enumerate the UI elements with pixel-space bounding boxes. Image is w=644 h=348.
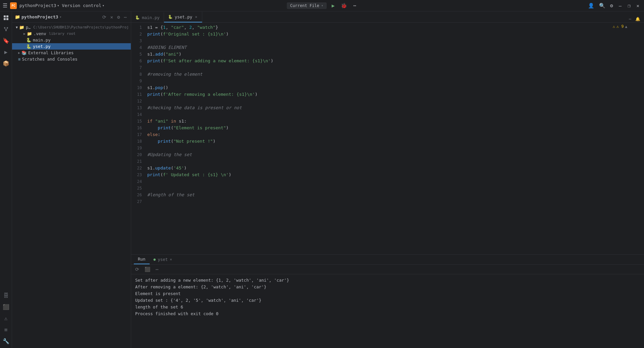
- new-file-button[interactable]: ⟳: [101, 14, 108, 20]
- yset-run-icon: ●: [154, 257, 156, 262]
- line-num-21: 21: [131, 158, 145, 165]
- code-line-18: print("Not present !"): [147, 138, 641, 145]
- activity-run-icon[interactable]: ▶: [1, 47, 11, 57]
- yset-py-label: yset.py: [33, 44, 51, 49]
- yset-tab-label: yset: [158, 257, 168, 262]
- yset-py-tab-icon: 🐍: [168, 15, 173, 19]
- main-layout: 🔖 ▶ 📦 🗄 ⬛ ⚠ ≡ 🔧 📁 pythonProject3 ▾ ⟳ ✕ ⚙…: [0, 11, 644, 348]
- tree-item-external-libs[interactable]: ▶ 📚 External Libraries: [12, 50, 131, 56]
- tree-item-yset-py[interactable]: 🐍 yset.py: [12, 43, 131, 50]
- restore-button[interactable]: ❐: [626, 2, 632, 9]
- line-num-6: 6: [131, 58, 145, 64]
- svg-rect-0: [4, 15, 6, 17]
- output-line-6: length of the set 6: [135, 304, 640, 310]
- activity-project-icon[interactable]: [1, 13, 11, 23]
- tab-main-py[interactable]: 🐍 main.py: [131, 12, 164, 22]
- bottom-tabs: Run ● yset ✕: [131, 255, 644, 265]
- terminal-output: Set after adding a new element: {1, 2, '…: [131, 274, 644, 348]
- activity-plugins-icon[interactable]: 🔧: [1, 336, 11, 346]
- line-num-16: 16: [131, 125, 145, 131]
- line-num-15: 15: [131, 118, 145, 125]
- run-config-button[interactable]: Current File ▾: [287, 2, 327, 9]
- profile-icon[interactable]: 👤: [587, 2, 595, 10]
- activity-bookmark-icon[interactable]: 🔖: [1, 36, 11, 46]
- more-actions-button[interactable]: ⋯: [154, 266, 160, 273]
- collapse-all-button[interactable]: ✕: [109, 14, 114, 20]
- version-control-button[interactable]: Version control ▾: [62, 3, 104, 8]
- line-num-3: 3: [131, 38, 145, 44]
- line-num-22: 22: [131, 165, 145, 171]
- code-line-10: s1.pop(): [147, 84, 641, 91]
- line-num-7: 7: [131, 64, 145, 71]
- code-content[interactable]: s1 = {1, "car", 2, "watch"} print(f'Orig…: [145, 23, 644, 254]
- bottom-tab-run[interactable]: Run: [134, 255, 150, 264]
- line-num-17: 17: [131, 131, 145, 138]
- bottom-panel: Run ● yset ✕ ⟳ ⬛ ⋯ Set after adding a ne…: [131, 254, 644, 348]
- output-line-2: Set after adding a new element: {1, 2, '…: [135, 277, 640, 284]
- warning-badge[interactable]: ⚠ ⚠ 9 ▲: [612, 24, 627, 29]
- rerun-button[interactable]: ⟳: [134, 266, 141, 273]
- more-panel-button[interactable]: ⋯: [123, 14, 128, 20]
- code-line-4: #ADDING ELEMENT: [147, 44, 641, 51]
- venv-icon: 📁: [27, 31, 32, 36]
- line-num-18: 18: [131, 138, 145, 145]
- activity-bar: 🔖 ▶ 📦 🗄 ⬛ ⚠ ≡ 🔧: [0, 11, 12, 348]
- yset-py-tab-close[interactable]: ✕: [194, 14, 198, 19]
- tree-item-scratches[interactable]: ≡ Scratches and Consoles: [12, 56, 131, 62]
- project-root-label: pythonProject3: [26, 25, 31, 30]
- tree-item-venv[interactable]: ▶ 📁 .venv library root: [12, 30, 131, 37]
- title-bar-center: Current File ▾ ▶ 🐞 ⋯: [216, 2, 429, 10]
- bottom-tab-yset[interactable]: ● yset ✕: [150, 255, 176, 264]
- close-button[interactable]: ✕: [635, 2, 641, 9]
- tabs-extra: ⋯ 🔔: [628, 16, 644, 22]
- svg-point-6: [5, 30, 7, 31]
- output-line-7: Process finished with exit code 0: [135, 310, 640, 317]
- hamburger-menu-icon[interactable]: ☰: [3, 2, 7, 9]
- project-name-button[interactable]: pythonProject3 ▾: [19, 3, 59, 8]
- settings-icon[interactable]: ⚙: [609, 2, 614, 10]
- line-numbers: 1 2 3 4 5 6 7 8 9 10 11 12 13 14 15 16 1: [131, 23, 145, 254]
- tabs-more-button[interactable]: ⋯: [628, 16, 632, 22]
- file-panel-actions: ⟳ ✕ ⚙ ⋯: [101, 14, 128, 20]
- activity-problems-icon[interactable]: ⚠: [1, 313, 11, 323]
- yset-tab-close-icon[interactable]: ✕: [170, 257, 172, 262]
- line-num-9: 9: [131, 78, 145, 84]
- main-py-label: main.py: [33, 38, 51, 43]
- activity-git-icon[interactable]: [1, 24, 11, 34]
- activity-tasks-icon[interactable]: ≡: [1, 325, 11, 335]
- activity-database-icon[interactable]: 🗄: [1, 290, 11, 300]
- file-panel: 📁 pythonProject3 ▾ ⟳ ✕ ⚙ ⋯ ▼ 📁 pythonPro…: [12, 11, 131, 348]
- code-line-20: #Updating the set: [147, 151, 641, 158]
- code-line-7: [147, 64, 641, 71]
- run-button[interactable]: ▶: [331, 2, 336, 10]
- more-options-button[interactable]: ⋯: [352, 2, 357, 10]
- line-num-14: 14: [131, 111, 145, 118]
- code-line-8: #removing the element: [147, 71, 641, 78]
- line-num-13: 13: [131, 105, 145, 111]
- settings-panel-button[interactable]: ⚙: [116, 14, 121, 20]
- line-num-24: 24: [131, 178, 145, 185]
- title-bar-right: 👤 🔍 ⚙ — ❐ ✕: [428, 2, 641, 10]
- tab-yset-py[interactable]: 🐍 yset.py ✕: [164, 12, 202, 22]
- output-line-4: Element is present: [135, 290, 640, 297]
- notifications-button[interactable]: 🔔: [634, 16, 641, 22]
- external-libs-label: External Libraries: [28, 50, 73, 55]
- tree-item-main-py[interactable]: 🐍 main.py: [12, 37, 131, 43]
- stop-button[interactable]: ⬛: [143, 266, 152, 273]
- code-line-12: [147, 98, 641, 105]
- activity-terminal-icon[interactable]: ⬛: [1, 302, 11, 312]
- code-line-9: [147, 78, 641, 84]
- svg-line-8: [6, 28, 7, 30]
- warning-expand-icon[interactable]: ▲: [625, 24, 627, 29]
- minimize-button[interactable]: —: [617, 2, 624, 9]
- svg-point-5: [7, 27, 8, 28]
- search-icon[interactable]: 🔍: [598, 2, 606, 10]
- scratches-label: Scratches and Consoles: [22, 57, 78, 62]
- project-folder-icon: 📁: [15, 14, 20, 19]
- line-num-12: 12: [131, 98, 145, 105]
- code-editor[interactable]: 1 2 3 4 5 6 7 8 9 10 11 12 13 14 15 16 1: [131, 23, 644, 254]
- activity-package-icon[interactable]: 📦: [1, 58, 11, 68]
- debug-button[interactable]: 🐞: [340, 2, 348, 10]
- output-line-3: After removing a element: {2, 'watch', '…: [135, 284, 640, 290]
- tree-item-project[interactable]: ▼ 📁 pythonProject3 C:\Users\SHUBH13\Pych…: [12, 24, 131, 30]
